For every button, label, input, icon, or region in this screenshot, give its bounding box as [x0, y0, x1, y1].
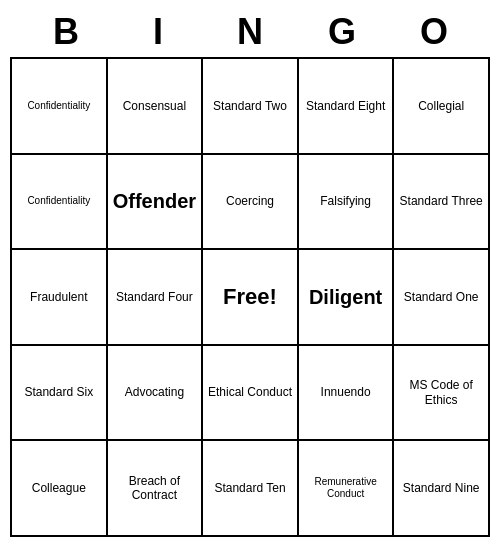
- bingo-letter-o: O: [392, 11, 476, 53]
- cell-r4-c1: Breach of Contract: [108, 441, 204, 537]
- cell-r4-c0: Colleague: [12, 441, 108, 537]
- cell-r1-c0: Confidentiality: [12, 155, 108, 251]
- bingo-letter-b: B: [24, 11, 108, 53]
- cell-r1-c2: Coercing: [203, 155, 299, 251]
- cell-r3-c4: MS Code of Ethics: [394, 346, 490, 442]
- cell-r1-c4: Standard Three: [394, 155, 490, 251]
- bingo-letter-g: G: [300, 11, 384, 53]
- cell-r4-c4: Standard Nine: [394, 441, 490, 537]
- cell-r3-c2: Ethical Conduct: [203, 346, 299, 442]
- cell-r3-c3: Innuendo: [299, 346, 395, 442]
- cell-r2-c4: Standard One: [394, 250, 490, 346]
- cell-r0-c2: Standard Two: [203, 59, 299, 155]
- cell-r0-c0: Confidentiality: [12, 59, 108, 155]
- cell-r4-c3: Remunerative Conduct: [299, 441, 395, 537]
- cell-r0-c1: Consensual: [108, 59, 204, 155]
- bingo-header: BINGO: [10, 7, 490, 57]
- cell-r3-c0: Standard Six: [12, 346, 108, 442]
- bingo-letter-n: N: [208, 11, 292, 53]
- cell-r3-c1: Advocating: [108, 346, 204, 442]
- bingo-card: BINGO ConfidentialityConsensualStandard …: [10, 7, 490, 537]
- bingo-letter-i: I: [116, 11, 200, 53]
- cell-r1-c1: Offender: [108, 155, 204, 251]
- cell-r1-c3: Falsifying: [299, 155, 395, 251]
- cell-r2-c2: Free!: [203, 250, 299, 346]
- cell-r2-c1: Standard Four: [108, 250, 204, 346]
- bingo-grid: ConfidentialityConsensualStandard TwoSta…: [10, 57, 490, 537]
- cell-r0-c3: Standard Eight: [299, 59, 395, 155]
- cell-r0-c4: Collegial: [394, 59, 490, 155]
- cell-r2-c3: Diligent: [299, 250, 395, 346]
- cell-r2-c0: Fraudulent: [12, 250, 108, 346]
- cell-r4-c2: Standard Ten: [203, 441, 299, 537]
